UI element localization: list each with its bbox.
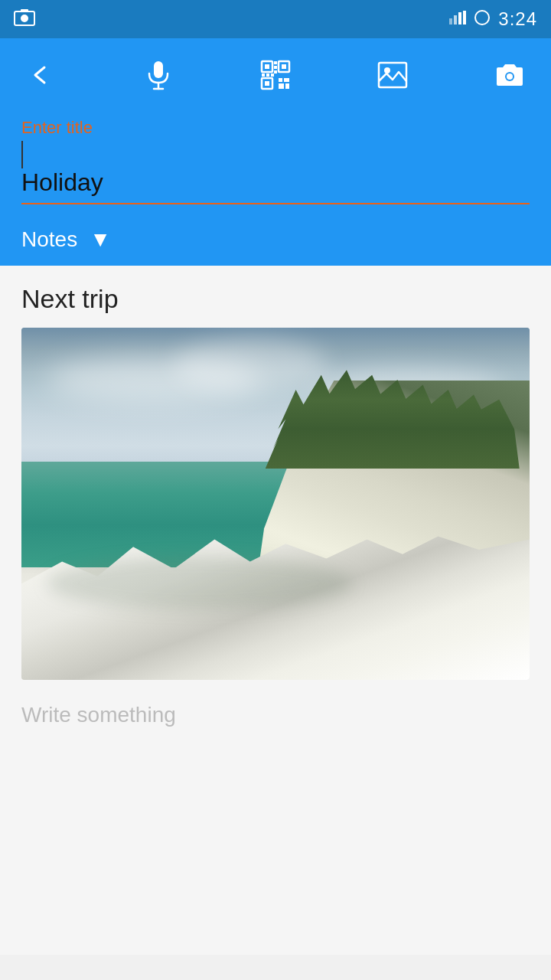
svg-rect-6 [463, 11, 466, 24]
svg-point-1 [21, 15, 28, 22]
svg-rect-2 [21, 9, 28, 12]
title-label: Enter title [21, 118, 530, 138]
category-row: Notes ▼ [0, 220, 551, 266]
toolbar [0, 38, 551, 112]
write-placeholder[interactable]: Write something [21, 695, 530, 735]
svg-rect-3 [449, 18, 452, 24]
title-input[interactable]: Holiday [21, 168, 530, 197]
cloud2 [174, 338, 327, 392]
category-dropdown-button[interactable]: ▼ [90, 227, 111, 252]
svg-point-28 [384, 67, 390, 74]
camera-button[interactable] [487, 52, 533, 98]
svg-rect-12 [265, 64, 269, 69]
svg-point-30 [507, 74, 513, 80]
snow-shadow [47, 557, 351, 609]
signal-strength-icon [449, 11, 466, 28]
svg-rect-25 [266, 74, 269, 77]
svg-rect-23 [274, 70, 277, 74]
svg-rect-14 [282, 64, 286, 69]
status-time: 3:24 [498, 8, 537, 30]
category-name: Notes [21, 227, 77, 252]
note-heading: Next trip [21, 284, 530, 314]
svg-rect-26 [271, 74, 274, 77]
svg-rect-17 [279, 78, 282, 82]
svg-rect-21 [274, 61, 277, 64]
svg-rect-19 [279, 83, 284, 89]
svg-rect-24 [262, 74, 265, 77]
title-cursor [21, 141, 23, 168]
title-input-wrapper: Holiday [21, 141, 530, 204]
svg-rect-22 [274, 66, 277, 69]
sync-icon [474, 9, 491, 30]
image-button[interactable] [370, 52, 416, 98]
svg-point-7 [475, 11, 489, 24]
svg-rect-5 [458, 12, 461, 24]
svg-rect-18 [284, 78, 289, 82]
status-bar: 3:24 [0, 0, 551, 38]
title-section: Enter title Holiday [0, 112, 551, 220]
note-image [21, 328, 530, 680]
svg-rect-20 [285, 83, 289, 89]
back-button[interactable] [18, 52, 64, 98]
svg-rect-16 [265, 81, 269, 86]
content-area: Next trip Write something [0, 266, 551, 955]
qr-code-button[interactable] [253, 52, 298, 98]
svg-rect-4 [454, 15, 457, 24]
photo-icon [14, 8, 35, 30]
landscape-scene [21, 328, 530, 680]
svg-rect-8 [154, 61, 163, 78]
microphone-button[interactable] [135, 52, 181, 98]
